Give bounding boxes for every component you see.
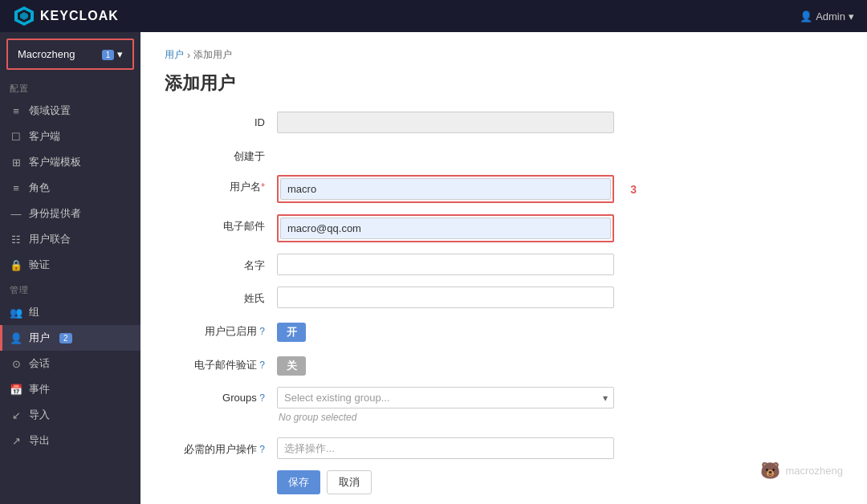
required-ops-row: 必需的用户操作 ? 选择操作... [165, 437, 843, 459]
required-ops-label: 必需的用户操作 ? [165, 437, 277, 457]
email-verified-label: 电子邮件验证 ? [165, 353, 277, 372]
sessions-icon: ⊙ [10, 358, 22, 370]
keycloak-logo [13, 5, 35, 27]
sidebar-item-label: 客户端模板 [29, 155, 81, 169]
sidebar-item-label: 角色 [29, 181, 50, 195]
sidebar-item-sessions[interactable]: ⊙ 会话 [0, 351, 140, 376]
realm-badge: 1 [102, 50, 115, 60]
client-templates-icon: ⊞ [10, 156, 22, 169]
identity-providers-icon: — [10, 208, 22, 220]
enabled-toggle-on[interactable]: 开 [277, 323, 306, 342]
config-section-label: 配置 [0, 76, 140, 98]
export-icon: ↗ [10, 435, 22, 447]
sidebar-item-label: 身份提供者 [29, 206, 81, 221]
sidebar-item-label: 客户端 [29, 129, 60, 144]
sidebar-item-roles[interactable]: ≡ 角色 [0, 175, 140, 201]
groups-select[interactable]: Select existing group... [277, 387, 614, 408]
sidebar-item-identity-providers[interactable]: — 身份提供者 [0, 201, 140, 226]
events-icon: 📅 [10, 384, 22, 396]
users-icon: 👤 [10, 332, 22, 344]
email-input[interactable] [280, 217, 611, 239]
groups-help-icon[interactable]: ? [259, 392, 265, 404]
sidebar-item-label: 导出 [29, 433, 50, 448]
sidebar-item-realm-settings[interactable]: ≡ 领域设置 [0, 98, 140, 124]
form-buttons: 保存 取消 [277, 470, 843, 494]
lastname-input[interactable] [277, 287, 614, 308]
required-ops-help-icon[interactable]: ? [259, 444, 265, 455]
no-group-text: No group selected [277, 408, 614, 426]
sidebar-item-events[interactable]: 📅 事件 [0, 376, 140, 402]
content-area: 用户 › 添加用户 添加用户 ID 创建于 [140, 32, 867, 504]
save-button[interactable]: 保存 [277, 470, 320, 494]
sidebar-item-export[interactable]: ↗ 导出 [0, 428, 140, 453]
email-verified-help-icon[interactable]: ? [259, 360, 265, 371]
username-input[interactable] [280, 178, 611, 200]
breadcrumb-users-link[interactable]: 用户 [165, 48, 184, 62]
email-row: 电子邮件 [165, 214, 843, 242]
lastname-row: 姓氏 [165, 287, 843, 308]
authentication-icon: 🔒 [10, 259, 22, 271]
user-menu[interactable]: 👤 Admin ▾ [800, 10, 854, 22]
username-label: 用户名* [165, 175, 277, 194]
sidebar-item-label: 用户 [29, 331, 50, 345]
id-field-wrap [277, 112, 614, 133]
required-ops-field-wrap: 选择操作... [277, 437, 614, 459]
sidebar-item-label: 会话 [29, 356, 50, 371]
sidebar-item-user-federation[interactable]: ☷ 用户联合 [0, 226, 140, 252]
required-ops-select[interactable]: 选择操作... [277, 437, 614, 459]
enabled-row: 用户已启用 ? 开 [165, 319, 843, 342]
user-label: Admin [816, 10, 845, 22]
cancel-button[interactable]: 取消 [327, 470, 372, 494]
sidebar-item-users[interactable]: 👤 用户 2 [0, 325, 140, 351]
sidebar-item-label: 事件 [29, 382, 50, 396]
realm-selector[interactable]: Macrozheng 1 ▾ [6, 39, 134, 70]
enabled-label: 用户已启用 ? [165, 319, 277, 339]
user-dropdown-icon: ▾ [849, 10, 854, 22]
content-inner: 用户 › 添加用户 添加用户 ID 创建于 [140, 32, 867, 504]
id-label: ID [165, 112, 277, 128]
sidebar-item-label: 导入 [29, 408, 50, 422]
breadcrumb-current: 添加用户 [193, 48, 232, 62]
page-title: 添加用户 [165, 71, 843, 96]
realm-settings-icon: ≡ [10, 105, 22, 117]
sidebar-item-client-templates[interactable]: ⊞ 客户端模板 [0, 149, 140, 175]
firstname-input[interactable] [277, 254, 614, 275]
roles-icon: ≡ [10, 182, 22, 194]
realm-arrow-icon: ▾ [117, 48, 123, 60]
sidebar: Macrozheng 1 ▾ 配置 ≡ 领域设置 ☐ 客户端 ⊞ 客户端模板 ≡… [0, 32, 140, 504]
groups-icon: 👥 [10, 307, 22, 319]
groups-row: Groups ? Select existing group... ▾ No g… [165, 387, 843, 426]
user-icon: 👤 [800, 10, 812, 22]
firstname-label: 名字 [165, 254, 277, 273]
sidebar-item-clients[interactable]: ☐ 客户端 [0, 124, 140, 149]
lastname-field-wrap [277, 287, 614, 308]
groups-label: Groups ? [165, 387, 277, 404]
user-federation-icon: ☷ [10, 234, 22, 246]
brand: KEYCLOAK [13, 5, 119, 27]
main-layout: Macrozheng 1 ▾ 配置 ≡ 领域设置 ☐ 客户端 ⊞ 客户端模板 ≡… [0, 32, 867, 504]
add-user-form: ID 创建于 用户名* [165, 112, 843, 494]
sidebar-item-groups[interactable]: 👥 组 [0, 299, 140, 325]
management-section-label: 管理 [0, 278, 140, 299]
username-row: 用户名* 3 [165, 175, 843, 203]
realm-name: Macrozheng [18, 48, 75, 60]
enabled-help-icon[interactable]: ? [259, 326, 265, 337]
sidebar-item-label: 组 [29, 305, 39, 319]
sidebar-item-label: 验证 [29, 258, 50, 272]
id-field [277, 112, 614, 133]
lastname-label: 姓氏 [165, 287, 277, 306]
firstname-field-wrap [277, 254, 614, 275]
breadcrumb-separator: › [187, 50, 190, 61]
firstname-row: 名字 [165, 254, 843, 275]
created-at-row: 创建于 [165, 144, 843, 164]
email-label: 电子邮件 [165, 214, 277, 234]
brand-title: KEYCLOAK [40, 9, 119, 23]
email-verified-toggle-off[interactable]: 关 [277, 356, 306, 376]
sidebar-item-authentication[interactable]: 🔒 验证 [0, 252, 140, 278]
created-at-label: 创建于 [165, 144, 277, 164]
import-icon: ↙ [10, 409, 22, 421]
email-verified-row: 电子邮件验证 ? 关 [165, 353, 843, 376]
sidebar-item-import[interactable]: ↙ 导入 [0, 402, 140, 428]
navbar: KEYCLOAK 👤 Admin ▾ [0, 0, 867, 32]
username-field-wrap: 3 [277, 175, 614, 203]
